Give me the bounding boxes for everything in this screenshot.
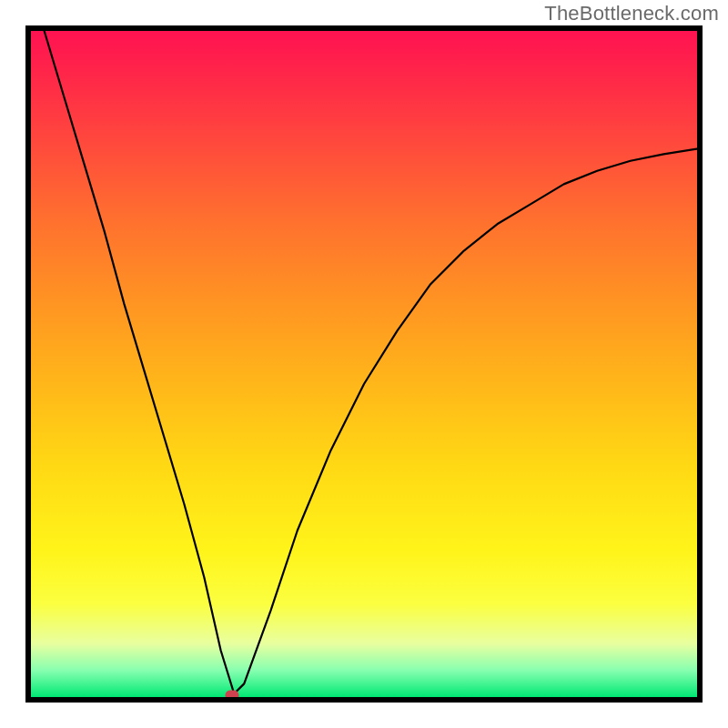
plot-area [25, 25, 703, 703]
bottleneck-curve [31, 31, 697, 697]
watermark-text: TheBottleneck.com [544, 2, 719, 25]
optimal-point-marker [226, 690, 239, 700]
chart-container: TheBottleneck.com [0, 0, 728, 728]
